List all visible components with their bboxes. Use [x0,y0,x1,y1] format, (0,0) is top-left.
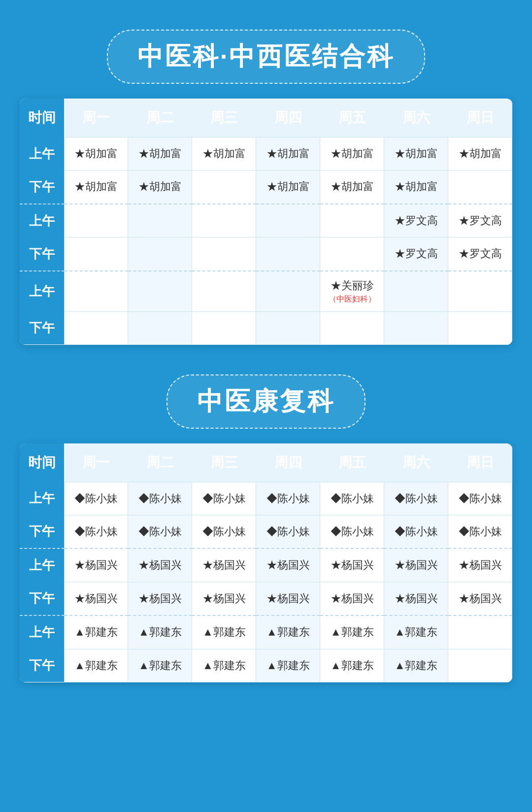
data-cell: ★胡加富 [256,137,320,170]
data-cell [64,271,128,312]
section2-th-mon: 周一 [64,443,128,482]
data-cell [64,311,128,344]
data-cell [128,204,192,237]
data-cell [256,311,320,344]
data-cell [128,271,192,312]
section1-th-sun: 周日 [448,99,512,137]
data-cell: ◆陈小妹 [256,482,320,515]
time-cell: 下午 [20,170,64,204]
data-cell: ★杨国兴 [256,548,320,582]
data-cell: ★罗文高 [384,237,448,271]
section1-th-time: 时间 [20,99,64,137]
table-row: 下午★杨国兴★杨国兴★杨国兴★杨国兴★杨国兴★杨国兴★杨国兴 [20,582,512,615]
section1-table: 时间 周一 周二 周三 周四 周五 周六 周日 上午★胡加富★胡加富★胡加富★胡… [20,99,512,345]
data-cell: ▲郭建东 [384,615,448,649]
data-cell: ▲郭建东 [384,649,448,682]
section2-th-sat: 周六 [384,443,448,482]
section2-table: 时间 周一 周二 周三 周四 周五 周六 周日 上午◆陈小妹◆陈小妹◆陈小妹◆陈… [20,443,512,682]
section2-th-fri: 周五 [320,443,384,482]
time-cell: 上午 [20,615,64,649]
section2-header-row: 时间 周一 周二 周三 周四 周五 周六 周日 [20,443,512,482]
data-cell [448,615,512,649]
data-cell [448,311,512,344]
data-cell: ★胡加富 [448,137,512,170]
table-row: 上午★杨国兴★杨国兴★杨国兴★杨国兴★杨国兴★杨国兴★杨国兴 [20,548,512,582]
data-cell [256,204,320,237]
data-cell: ◆陈小妹 [320,515,384,548]
data-cell [320,237,384,271]
section1-th-wed: 周三 [192,99,256,137]
data-cell: ★杨国兴 [320,548,384,582]
data-cell: ★杨国兴 [448,582,512,615]
table-row: 下午★胡加富★胡加富★胡加富★胡加富★胡加富 [20,170,512,204]
data-cell [448,649,512,682]
data-cell: ★杨国兴 [448,548,512,582]
section2-th-sun: 周日 [448,443,512,482]
table-row: 下午★罗文高★罗文高 [20,237,512,271]
data-cell [384,271,448,312]
data-cell: ◆陈小妹 [256,515,320,548]
section2-title: 中医康复科 [166,374,366,429]
data-cell: ▲郭建东 [128,649,192,682]
data-cell: ▲郭建东 [320,649,384,682]
data-cell: ★杨国兴 [128,582,192,615]
time-cell: 下午 [20,649,64,682]
data-cell: ★杨国兴 [128,548,192,582]
section1-header-row: 时间 周一 周二 周三 周四 周五 周六 周日 [20,99,512,137]
time-cell: 上午 [20,548,64,582]
time-cell: 上午 [20,482,64,515]
data-cell [256,271,320,312]
time-cell: 上午 [20,137,64,170]
section2-th-wed: 周三 [192,443,256,482]
time-cell: 上午 [20,271,64,312]
section2-table-container: 时间 周一 周二 周三 周四 周五 周六 周日 上午◆陈小妹◆陈小妹◆陈小妹◆陈… [20,443,512,682]
section1-title-wrap: 中医科·中西医结合科 [20,30,512,84]
data-cell: ▲郭建东 [320,615,384,649]
time-cell: 下午 [20,582,64,615]
data-cell [192,204,256,237]
data-cell: ◆陈小妹 [64,482,128,515]
data-cell: ◆陈小妹 [128,482,192,515]
data-cell: ★罗文高 [448,204,512,237]
data-cell: ★胡加富 [320,137,384,170]
data-cell: ★胡加富 [128,137,192,170]
section1-th-mon: 周一 [64,99,128,137]
section1-table-container: 时间 周一 周二 周三 周四 周五 周六 周日 上午★胡加富★胡加富★胡加富★胡… [20,99,512,345]
data-cell: ▲郭建东 [128,615,192,649]
data-cell: ◆陈小妹 [448,515,512,548]
data-cell: ★胡加富 [64,170,128,204]
data-cell: ★胡加富 [128,170,192,204]
data-cell: ★罗文高 [384,204,448,237]
data-cell [128,311,192,344]
data-cell: ★罗文高 [448,237,512,271]
data-cell: ★杨国兴 [384,582,448,615]
data-cell [192,237,256,271]
data-cell: ◆陈小妹 [64,515,128,548]
data-cell [192,311,256,344]
data-cell [448,271,512,312]
data-cell: ◆陈小妹 [192,515,256,548]
data-cell: ★关丽珍（中医妇科） [320,271,384,312]
data-cell: ◆陈小妹 [384,482,448,515]
section1-th-tue: 周二 [128,99,192,137]
section1-th-thu: 周四 [256,99,320,137]
table-row: 上午★胡加富★胡加富★胡加富★胡加富★胡加富★胡加富★胡加富 [20,137,512,170]
data-cell: ▲郭建东 [64,615,128,649]
table-row: 上午★罗文高★罗文高 [20,204,512,237]
table-row: 下午▲郭建东▲郭建东▲郭建东▲郭建东▲郭建东▲郭建东 [20,649,512,682]
data-cell [320,204,384,237]
section1-title: 中医科·中西医结合科 [107,30,425,84]
data-cell [320,311,384,344]
data-cell: ★杨国兴 [64,582,128,615]
section1-th-sat: 周六 [384,99,448,137]
data-cell [192,170,256,204]
time-cell: 上午 [20,204,64,237]
data-cell: ★杨国兴 [256,582,320,615]
sub-note: （中医妇科） [322,294,382,304]
data-cell: ★胡加富 [384,137,448,170]
data-cell: ◆陈小妹 [320,482,384,515]
data-cell [64,237,128,271]
data-cell: ★胡加富 [192,137,256,170]
data-cell: ◆陈小妹 [384,515,448,548]
data-cell: ★杨国兴 [192,548,256,582]
